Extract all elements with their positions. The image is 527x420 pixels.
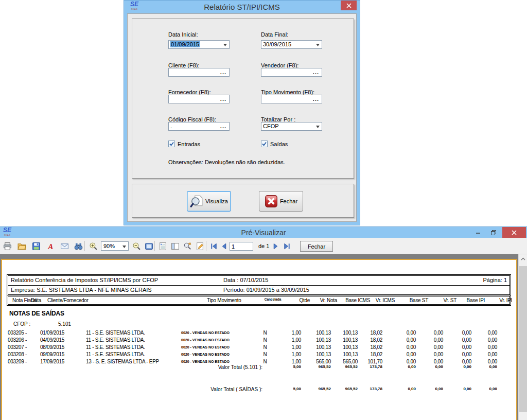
report-cell-nota: 003205 - (8, 330, 27, 336)
total-value: 965,52 (300, 387, 331, 391)
fechar-button[interactable]: Fechar (259, 191, 303, 212)
page-number-input[interactable] (230, 242, 253, 251)
report-header-line2: Empresa: S.E. SISTEMAS LTDA - NFE MINAS … (8, 286, 510, 295)
report-cell-vr_nota: 565,00 (300, 359, 331, 364)
scroll-up-button[interactable] (519, 254, 527, 263)
data-final-label: Data Final: (261, 31, 288, 38)
zoom-level-combo[interactable]: 90% (101, 241, 129, 251)
previous-page-button[interactable] (218, 240, 230, 252)
cfop-value: 5.101 (58, 321, 71, 327)
full-screen-button[interactable] (143, 240, 154, 252)
fornecedor-field[interactable]: ... (168, 95, 230, 103)
visualiza-button[interactable]: Visualiza (187, 191, 231, 212)
report-cfop-line: CFOP : 5.101 (13, 321, 30, 327)
print-setup-button[interactable] (182, 240, 193, 252)
report-cell-base_st: 0,00 (385, 330, 416, 336)
report-cell-vr_icms: 101,70 (352, 359, 382, 364)
total-value: 0,00 (385, 364, 416, 369)
report-cell-nota: 003209 - (8, 359, 27, 364)
chevron-down-icon[interactable] (223, 44, 227, 46)
save-button[interactable] (30, 240, 42, 252)
next-page-button[interactable] (270, 240, 281, 252)
codigo-fiscal-value: . (170, 123, 172, 129)
close-button[interactable] (502, 227, 526, 238)
vendedor-lookup-button[interactable]: ... (313, 68, 319, 76)
data-final-combo[interactable]: 30/09/2015 (261, 40, 322, 49)
report-cell-qtde: 1,00 (270, 344, 301, 350)
observacoes-note: Observações: Devoluções não são deduzida… (168, 159, 285, 165)
chevron-down-icon[interactable] (316, 126, 320, 128)
search-button[interactable] (73, 240, 84, 252)
report-cell-vr_st: 0,00 (412, 344, 443, 350)
thumbnails-panel-button[interactable] (169, 240, 181, 252)
last-page-button[interactable] (281, 240, 292, 252)
report-cell-data: 09/09/2015 (40, 352, 64, 357)
zoom-in-button[interactable] (87, 240, 99, 252)
pdf-button[interactable]: A (45, 240, 56, 252)
zoom-level-value: 90% (103, 243, 115, 249)
edit-button[interactable] (194, 240, 205, 252)
dialog-body: Data Inicial: 01/09/2015 Data Final: 30/… (127, 13, 357, 222)
total-value: 965,52 (300, 364, 331, 369)
saidas-checkbox[interactable] (261, 141, 268, 147)
codigo-fiscal-lookup-button[interactable]: ... (220, 122, 226, 130)
vertical-scrollbar[interactable] (518, 254, 527, 420)
zoom-out-button[interactable] (131, 240, 142, 252)
report-title: Relatório Conferência de Impostos ST/IPI… (11, 277, 158, 283)
entradas-checkbox[interactable] (168, 141, 175, 147)
outline-button[interactable] (157, 240, 168, 252)
chevron-down-icon[interactable] (122, 246, 126, 248)
next-page-icon (272, 242, 279, 250)
report-cell-cliente: 13 - S. E. SISTEMAS LTDA - EPP (86, 359, 159, 364)
open-button[interactable] (16, 240, 27, 252)
outline-icon (159, 242, 167, 251)
report-cell-qtde: 1,00 (270, 330, 301, 336)
restore-button[interactable] (487, 227, 500, 238)
email-button[interactable] (59, 240, 70, 252)
total-value: 5,00 (270, 387, 301, 391)
cliente-field[interactable]: ... (168, 68, 230, 77)
print-button[interactable] (2, 240, 13, 252)
total-value: 0,00 (466, 364, 497, 369)
tipo-movimento-lookup-button[interactable]: ... (313, 95, 319, 103)
actions-panel: Visualiza Fechar (132, 184, 354, 218)
saidas-label: Saídas (270, 141, 288, 147)
data-inicial-combo[interactable]: 01/09/2015 (168, 40, 230, 49)
column-header: Tipo Movimento (207, 297, 241, 303)
edit-pencil-icon (196, 242, 204, 251)
column-header: Qtde (279, 297, 310, 303)
report-header-line1: Relatório Conferência de Impostos ST/IPI… (8, 276, 510, 286)
column-header: Vr. Nota (306, 297, 337, 303)
fornecedor-lookup-button[interactable]: ... (220, 95, 226, 103)
report-row: 003206 -04/09/201511 - S.E. SISTEMAS LTD… (2, 337, 516, 344)
total-value: 0,00 (466, 387, 497, 391)
binoculars-icon (74, 242, 83, 251)
first-page-button[interactable] (208, 240, 219, 252)
total-label: Valor Total ( SAÍDAS ): (156, 387, 262, 392)
minimize-button[interactable] (471, 227, 485, 238)
report-columns-box: Nota FiscalDataCliente/FornecedorTipo Mo… (7, 295, 511, 306)
report-date: Data : 07/10/2015 (223, 277, 268, 283)
close-button[interactable] (341, 1, 357, 10)
minimize-icon (476, 230, 481, 235)
printer-icon (3, 242, 12, 251)
cliente-lookup-button[interactable]: ... (220, 68, 226, 76)
totalizar-por-combo[interactable]: CFOP (261, 122, 322, 131)
entradas-label: Entradas (178, 141, 200, 147)
total-value: 0,00 (385, 387, 416, 391)
report-cell-base_st: 0,00 (385, 359, 416, 364)
report-cell-data: 17/09/2015 (40, 359, 64, 364)
magnifier-icon (190, 195, 203, 208)
scrollbar-thumb[interactable] (519, 266, 527, 412)
tipo-movimento-field[interactable]: ... (261, 95, 322, 103)
relatorio-dialog: SE SEAS Relatório ST/IPI/ICMS Data Inici… (124, 0, 360, 225)
restore-icon (490, 230, 497, 236)
report-row: 003205 -01/09/201511 - S.E. SISTEMAS LTD… (2, 330, 516, 337)
chevron-down-icon[interactable] (316, 44, 320, 46)
total-value: 0,00 (412, 387, 443, 391)
toolbar-fechar-button[interactable]: Fechar (300, 241, 333, 252)
vendedor-field[interactable]: ... (261, 68, 322, 77)
save-icon (32, 242, 41, 251)
codigo-fiscal-field[interactable]: . ... (168, 122, 230, 131)
total-value: 173,78 (352, 364, 382, 369)
